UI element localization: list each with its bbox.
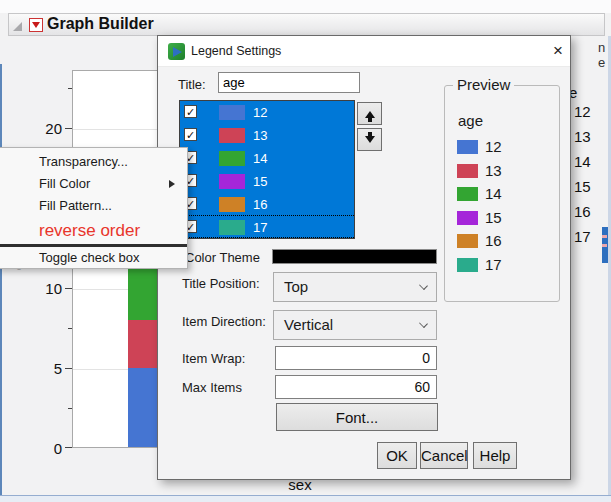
max-items-field bbox=[275, 375, 437, 399]
preview-swatch bbox=[457, 164, 478, 178]
preview-item-label: 14 bbox=[485, 185, 502, 202]
legend-item-label: 13 bbox=[253, 124, 267, 147]
jmp-graph-builder-window: Graph Builder 20 10 5 0 Count sex e 12 1… bbox=[0, 0, 611, 502]
close-icon[interactable]: × bbox=[547, 40, 569, 62]
window-top-area bbox=[0, 0, 611, 13]
red-triangle-menu-button[interactable] bbox=[29, 18, 43, 32]
item-direction-label: Item Direction: bbox=[182, 314, 266, 329]
red-triangle-icon bbox=[32, 22, 40, 32]
context-menu: Transparency... Fill Color Fill Pattern.… bbox=[0, 147, 188, 269]
preview-swatch bbox=[457, 187, 478, 201]
jmp-logo-icon bbox=[168, 43, 185, 60]
color-theme-bar[interactable] bbox=[272, 249, 437, 264]
color-swatch[interactable] bbox=[219, 220, 245, 235]
max-items-label: Max Items bbox=[182, 380, 242, 395]
color-theme-label: Color Theme bbox=[185, 250, 260, 265]
legend-list-row[interactable]: ✓ 15 bbox=[180, 170, 354, 193]
preview-group-label: Preview bbox=[453, 76, 514, 93]
legend-value: 17 bbox=[574, 228, 591, 245]
menu-item-label: Transparency... bbox=[39, 154, 128, 169]
y-tick-major bbox=[65, 128, 72, 129]
legend-value: 12 bbox=[574, 103, 591, 120]
legend-item-label: 16 bbox=[253, 193, 267, 216]
menu-item-label: reverse order bbox=[39, 221, 140, 240]
legend-list-row-focused[interactable]: ✓ 17 bbox=[180, 216, 354, 239]
ok-button[interactable]: OK bbox=[377, 442, 417, 469]
title-field-label: Title: bbox=[178, 77, 206, 92]
page-title: Graph Builder bbox=[47, 15, 154, 33]
y-axis-tick-label: 20 bbox=[38, 120, 62, 137]
legend-value: 14 bbox=[574, 153, 591, 170]
checkbox-checked[interactable]: ✓ bbox=[184, 128, 197, 141]
menu-item-label: Toggle check box bbox=[39, 250, 139, 265]
cancel-button[interactable]: Cancel bbox=[420, 442, 468, 469]
y-axis-tick-label: 0 bbox=[38, 440, 62, 457]
menu-item-fill-pattern[interactable]: Fill Pattern... bbox=[0, 195, 187, 217]
title-position-value: Top bbox=[284, 273, 308, 301]
title-position-dropdown[interactable]: Top bbox=[273, 272, 437, 302]
legend-list-row[interactable]: ✓ 14 bbox=[180, 147, 354, 170]
outline-header: Graph Builder bbox=[8, 13, 605, 36]
submenu-arrow-icon bbox=[169, 180, 179, 188]
menu-item-reverse-order[interactable]: reverse order bbox=[0, 217, 187, 244]
sliver-mark bbox=[602, 244, 607, 247]
legend-list-row[interactable]: ✓ 16 bbox=[180, 193, 354, 216]
max-items-input[interactable] bbox=[276, 376, 436, 398]
dialog-titlebar[interactable]: Legend Settings × bbox=[158, 36, 570, 67]
item-direction-dropdown[interactable]: Vertical bbox=[273, 310, 437, 340]
sliver-mark bbox=[602, 235, 607, 238]
menu-item-label: Fill Pattern... bbox=[39, 198, 112, 213]
legend-title-input[interactable] bbox=[218, 72, 360, 93]
title-position-label: Title Position: bbox=[182, 276, 260, 291]
preview-item-label: 16 bbox=[485, 232, 502, 249]
y-tick-major bbox=[65, 368, 72, 369]
legend-value: 13 bbox=[574, 128, 591, 145]
window-bottom-strip bbox=[0, 495, 611, 502]
chevron-down-icon bbox=[419, 281, 428, 290]
focus-dotted-line bbox=[180, 215, 354, 216]
color-swatch[interactable] bbox=[219, 105, 245, 120]
color-swatch[interactable] bbox=[219, 197, 245, 212]
color-swatch[interactable] bbox=[219, 174, 245, 189]
legend-list-row[interactable]: ✓ 12 bbox=[180, 101, 354, 124]
color-swatch[interactable] bbox=[219, 128, 245, 143]
preview-swatch bbox=[457, 140, 478, 154]
y-tick-minor bbox=[68, 408, 72, 409]
y-axis-tick-label: 5 bbox=[38, 360, 62, 377]
window-left-border bbox=[0, 64, 2, 502]
y-tick-minor bbox=[68, 88, 72, 89]
checkbox-checked[interactable]: ✓ bbox=[184, 105, 197, 118]
help-button[interactable]: Help bbox=[473, 442, 517, 469]
menu-item-toggle-check-box[interactable]: Toggle check box bbox=[0, 247, 187, 269]
preview-item-label: 15 bbox=[485, 209, 502, 226]
clipped-text-fragment: e bbox=[598, 55, 605, 70]
disclosure-triangle-icon[interactable] bbox=[13, 22, 22, 31]
move-down-button[interactable] bbox=[357, 128, 382, 151]
preview-item-label: 12 bbox=[485, 138, 502, 155]
move-up-button[interactable] bbox=[357, 102, 382, 125]
legend-value: 16 bbox=[574, 203, 591, 220]
y-tick-major bbox=[65, 288, 72, 289]
legend-settings-dialog: Legend Settings × Title: ✓ 12 ✓ 13 ✓ 14 bbox=[157, 35, 571, 480]
item-wrap-input[interactable] bbox=[276, 347, 436, 369]
menu-item-fill-color[interactable]: Fill Color bbox=[0, 173, 187, 195]
preview-legend-title: age bbox=[458, 112, 483, 129]
clipped-text-fragment: n bbox=[598, 40, 605, 55]
down-arrow-icon bbox=[365, 136, 375, 148]
font-button[interactable]: Font... bbox=[276, 403, 438, 431]
chevron-down-icon bbox=[419, 319, 428, 328]
dialog-title: Legend Settings bbox=[191, 44, 281, 58]
legend-item-list[interactable]: ✓ 12 ✓ 13 ✓ 14 ✓ 15 ✓ 16 bbox=[179, 100, 355, 239]
legend-list-row[interactable]: ✓ 13 bbox=[180, 124, 354, 147]
legend-item-label: 17 bbox=[253, 216, 267, 239]
preview-swatch bbox=[457, 211, 478, 225]
preview-group: Preview age 12 13 14 15 16 17 bbox=[444, 85, 560, 302]
preview-item-label: 13 bbox=[485, 162, 502, 179]
item-direction-value: Vertical bbox=[284, 311, 333, 339]
up-arrow-stem bbox=[368, 117, 372, 122]
color-swatch[interactable] bbox=[219, 151, 245, 166]
legend-item-label: 12 bbox=[253, 101, 267, 124]
legend-value: 15 bbox=[574, 178, 591, 195]
y-axis-tick-label: 10 bbox=[38, 280, 62, 297]
menu-item-transparency[interactable]: Transparency... bbox=[0, 151, 187, 173]
